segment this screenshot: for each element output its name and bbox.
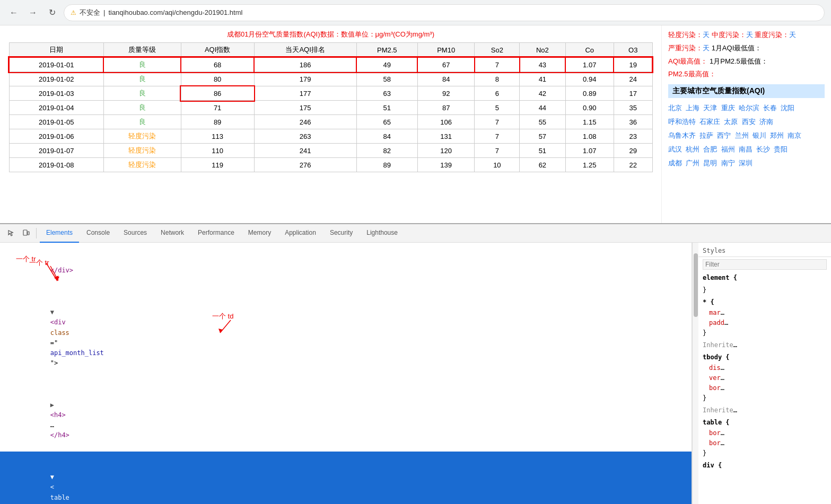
aqi-tbody: 2019-01-01 良 68 186 49 67 7 43 1.07 19 2…: [9, 57, 652, 172]
cell-no2: 43: [520, 57, 565, 72]
tab-memory[interactable]: Memory: [242, 224, 277, 243]
html-line-div-api[interactable]: ▼ <div class =" api_month_list ">: [0, 287, 692, 379]
tab-network[interactable]: Network: [154, 224, 190, 243]
cities-row5: 成都 广州 昆明 南宁 深圳: [668, 156, 825, 170]
style-tbody-rule: tbody { dis… ver… bor… }: [698, 351, 831, 404]
cell-o3: 19: [614, 57, 652, 72]
cell-no2: 51: [520, 144, 565, 158]
cell-rank: 186: [254, 57, 356, 72]
tab-console[interactable]: Console: [80, 224, 116, 243]
cell-rank: 263: [254, 129, 356, 144]
tab-application[interactable]: Application: [278, 224, 322, 243]
tab-elements[interactable]: Elements: [40, 224, 79, 243]
html-panel[interactable]: </div> ▼ <div class =" api_month_list ">: [0, 243, 692, 504]
table-section: 成都01月份空气质量指数(AQI)数据：数值单位：μg/m³(CO为mg/m³)…: [0, 25, 661, 227]
style-div-rule: div {: [698, 459, 831, 472]
toolbar-divider: [36, 228, 37, 238]
styles-panel: Styles element { } * { mar… padd…: [698, 243, 831, 504]
cell-so2: 7: [475, 129, 520, 144]
style-inherited-2: Inherite…: [698, 404, 831, 417]
cities-row3: 乌鲁木齐 拉萨 西宁 兰州 银川 郑州 南京: [668, 129, 825, 143]
cell-o3: 36: [614, 115, 652, 129]
cell-o3: 17: [614, 86, 652, 101]
main-area: 成都01月份空气质量指数(AQI)数据：数值单位：μg/m³(CO为mg/m³)…: [0, 25, 831, 504]
tab-sources[interactable]: Sources: [117, 224, 153, 243]
style-table-rule: table { bor… bor… }: [698, 417, 831, 459]
cell-o3: 22: [614, 158, 652, 172]
style-element-rule: element {: [698, 272, 831, 284]
scrollbar-thumb[interactable]: [694, 253, 698, 317]
cell-so2: 6: [475, 86, 520, 101]
reload-button[interactable]: ↻: [45, 5, 59, 20]
cell-pm10: 106: [417, 115, 475, 129]
cell-no2: 41: [520, 72, 565, 86]
cell-o3: 24: [614, 72, 652, 86]
html-panel-scrollbar[interactable]: [692, 243, 698, 504]
severe-row: 严重污染：天 1月AQI最低值：: [668, 43, 825, 54]
device-tool-button[interactable]: [19, 226, 33, 240]
cell-aqi: 86: [181, 86, 254, 101]
cell-no2: 42: [520, 86, 565, 101]
cell-o3: 35: [614, 101, 652, 115]
cursor-tool-button[interactable]: [4, 226, 18, 240]
major-cities-title: 主要城市空气质量指数(AQI): [668, 84, 825, 98]
cell-pm10: 67: [417, 57, 475, 72]
html-line-h4[interactable]: ▶ <h4> … </h4>: [0, 379, 692, 451]
city-links: 北京 上海 天津 重庆 哈尔滨 长春 沈阳 呼和浩特 石家庄 太原 西安 济南: [668, 101, 825, 170]
pollution-levels: 轻度污染：天 中度污染：天 重度污染：天: [668, 30, 825, 41]
cell-date: 2019-01-06: [9, 129, 103, 144]
cell-co: 1.15: [565, 115, 614, 129]
col-pm25: PM2.5: [356, 43, 417, 58]
cities-row2: 呼和浩特 石家庄 太原 西安 济南: [668, 115, 825, 129]
cell-rank: 175: [254, 101, 356, 115]
url-separator: |: [103, 8, 105, 16]
col-date: 日期: [9, 43, 103, 58]
html-line-table-selected[interactable]: ▼ < table width =" 620px " border =" 0 "…: [0, 452, 692, 504]
address-bar[interactable]: ⚠ 不安全 | tianqihoubao.com/aqi/chengdu-201…: [64, 4, 825, 21]
cell-rank: 276: [254, 158, 356, 172]
styles-filter-input[interactable]: [703, 259, 827, 270]
cell-pm25: 51: [356, 101, 417, 115]
cell-quality: 轻度污染: [103, 129, 181, 144]
cell-date: 2019-01-05: [9, 115, 103, 129]
table-title: 成都01月份空气质量指数(AQI)数据：数值单位：μg/m³(CO为mg/m³): [8, 30, 653, 39]
col-pm10: PM10: [417, 43, 475, 58]
cell-date: 2019-01-01: [9, 57, 103, 72]
cell-no2: 55: [520, 115, 565, 129]
aqi-table: 日期 质量等级 AQI指数 当天AQI排名 PM2.5 PM10 So2 No2…: [8, 42, 653, 172]
devtools-toolbar: Elements Console Sources Network Perform…: [0, 224, 831, 243]
tab-performance[interactable]: Performance: [191, 224, 241, 243]
url-address: tianqihoubao.com/aqi/chengdu-201901.html: [108, 8, 242, 16]
cell-quality: 良: [103, 57, 181, 72]
info-section: 轻度污染：天 中度污染：天 重度污染：天 严重污染：天 1月AQI最低值： AQ…: [661, 25, 831, 227]
cell-so2: 7: [475, 144, 520, 158]
cell-pm10: 139: [417, 158, 475, 172]
svg-rect-0: [23, 230, 27, 235]
cell-so2: 7: [475, 115, 520, 129]
col-co: Co: [565, 43, 614, 58]
cell-so2: 10: [475, 158, 520, 172]
cell-pm25: 84: [356, 129, 417, 144]
cell-so2: 5: [475, 101, 520, 115]
col-so2: So2: [475, 43, 520, 58]
cell-pm25: 89: [356, 158, 417, 172]
forward-button[interactable]: →: [25, 5, 40, 20]
cell-rank: 246: [254, 115, 356, 129]
back-button[interactable]: ←: [6, 5, 21, 20]
html-line-closediv[interactable]: </div>: [0, 245, 692, 287]
style-element-close: }: [698, 284, 831, 296]
cell-no2: 44: [520, 101, 565, 115]
tab-security[interactable]: Security: [323, 224, 359, 243]
cell-pm10: 92: [417, 86, 475, 101]
cell-quality: 良: [103, 115, 181, 129]
webpage-content: 成都01月份空气质量指数(AQI)数据：数值单位：μg/m³(CO为mg/m³)…: [0, 25, 831, 227]
cell-pm25: 49: [356, 57, 417, 72]
cell-co: 1.25: [565, 158, 614, 172]
tab-lighthouse[interactable]: Lighthouse: [360, 224, 404, 243]
cell-pm25: 63: [356, 86, 417, 101]
devtools-panel: Elements Console Sources Network Perform…: [0, 223, 831, 504]
cell-no2: 62: [520, 158, 565, 172]
col-rank: 当天AQI排名: [254, 43, 356, 58]
cell-pm25: 82: [356, 144, 417, 158]
styles-panel-header: Styles: [698, 245, 831, 257]
